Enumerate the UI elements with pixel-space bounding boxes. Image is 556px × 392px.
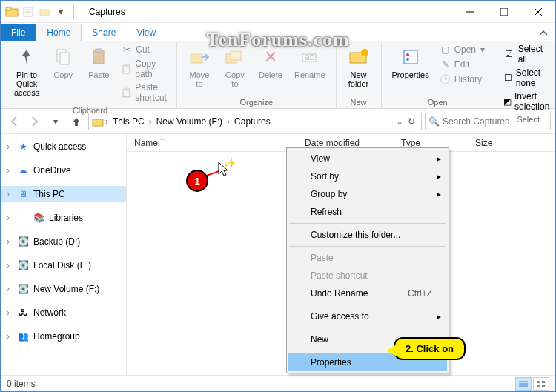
cloud-icon: ☁	[17, 165, 29, 176]
breadcrumb-thispc[interactable]: This PC	[110, 115, 148, 128]
tab-file[interactable]: File	[1, 24, 36, 41]
svg-rect-31	[542, 385, 545, 387]
svg-rect-16	[231, 51, 241, 60]
refresh-button[interactable]: ↻	[405, 116, 418, 127]
navigation-sidebar: ★Quick access ☁OneDrive 🖥This PC 📚Librar…	[1, 134, 127, 375]
breadcrumb-volume[interactable]: New Volume (F:)	[153, 115, 225, 128]
maximize-button[interactable]	[487, 1, 521, 23]
new-folder-qat-icon[interactable]	[38, 5, 51, 19]
invert-selection-button[interactable]: ◩Invert selection	[500, 90, 556, 113]
rename-button[interactable]: ab Rename	[290, 42, 330, 96]
minimize-button[interactable]	[453, 1, 487, 23]
svg-rect-30	[537, 385, 540, 387]
sidebar-item-local[interactable]: 💽Local Disk (E:)	[1, 257, 126, 273]
context-undo-rename[interactable]: Undo RenameCtrl+Z	[288, 285, 447, 302]
svg-rect-7	[500, 8, 508, 16]
address-bar[interactable]: › This PC› New Volume (F:)› Captures ⌄ ↻	[88, 113, 422, 130]
svg-point-22	[406, 53, 409, 56]
svg-rect-14	[191, 54, 202, 63]
sidebar-item-network[interactable]: 🖧Network	[1, 305, 126, 321]
sidebar-item-backup[interactable]: 💽Backup (D:)	[1, 233, 126, 250]
breadcrumb-captures[interactable]: Captures	[231, 115, 274, 128]
svg-rect-29	[542, 381, 545, 383]
copy-path-button[interactable]: 📋Copy path	[118, 57, 171, 81]
pin-quick-access-button[interactable]: Pin to Quick access	[10, 42, 44, 104]
properties-qat-icon[interactable]	[21, 5, 35, 19]
sidebar-item-newvol[interactable]: 💽New Volume (F:)	[1, 281, 126, 297]
column-date[interactable]: Date modified	[297, 138, 394, 148]
paste-button[interactable]: Paste	[82, 42, 115, 104]
libraries-icon	[17, 212, 29, 224]
properties-button[interactable]: Properties	[388, 42, 434, 96]
move-to-button[interactable]: Move to	[183, 42, 216, 96]
large-icons-view-button[interactable]	[533, 377, 549, 391]
paste-shortcut-button[interactable]: 📋Paste shortcut	[118, 81, 171, 104]
paste-shortcut-icon: 📋	[121, 87, 132, 99]
column-size[interactable]: Size	[468, 138, 500, 148]
ribbon-group-open: Properties ▢Open▾ ✎Edit 🕑History Open	[382, 42, 495, 108]
sidebar-item-quick-access[interactable]: ★Quick access	[1, 139, 126, 155]
close-button[interactable]	[521, 1, 555, 23]
move-icon	[188, 45, 211, 69]
homegroup-icon: 👥	[17, 330, 29, 342]
open-button[interactable]: ▢Open▾	[437, 42, 488, 57]
search-box[interactable]: 🔍 Search Captures	[425, 113, 551, 130]
new-folder-button[interactable]: New folder	[342, 42, 375, 96]
sidebar-item-homegroup[interactable]: 👥Homegroup	[1, 328, 126, 345]
context-groupby[interactable]: Group by▸	[288, 185, 447, 203]
tab-share[interactable]: Share	[82, 24, 126, 41]
tab-view[interactable]: View	[126, 24, 166, 41]
sidebar-item-onedrive[interactable]: ☁OneDrive	[1, 162, 126, 179]
context-customize[interactable]: Customize this folder...	[288, 226, 447, 244]
svg-rect-12	[93, 50, 104, 64]
edit-button[interactable]: ✎Edit	[437, 57, 488, 72]
sidebar-item-thispc[interactable]: 🖥This PC	[1, 186, 126, 202]
annotation-step2: 2. Click on	[394, 337, 466, 360]
back-button[interactable]	[5, 113, 23, 130]
tab-home[interactable]: Home	[36, 24, 82, 41]
copyto-icon	[223, 45, 247, 69]
copy-icon	[51, 45, 75, 69]
ribbon: Pin to Quick access Copy Paste ✂Cut 📋Cop…	[1, 41, 555, 109]
history-button[interactable]: 🕑History	[437, 72, 488, 87]
context-sortby[interactable]: Sort by▸	[288, 167, 447, 185]
star-icon: ★	[17, 141, 29, 153]
details-view-button[interactable]	[515, 377, 532, 391]
select-none-button[interactable]: ☐Select none	[500, 66, 556, 90]
drive-icon: 💽	[17, 283, 29, 295]
up-button[interactable]	[67, 113, 85, 130]
svg-rect-24	[93, 119, 103, 126]
context-view[interactable]: View▸	[288, 150, 447, 167]
copy-button[interactable]: Copy	[47, 42, 79, 104]
column-name[interactable]: Name ˆ	[127, 138, 297, 148]
drive-icon: 💽	[17, 259, 29, 271]
address-dropdown-icon[interactable]: ⌄	[396, 116, 403, 127]
cut-button[interactable]: ✂Cut	[118, 42, 171, 57]
ribbon-group-organize: Move to Copy to ✕ Delete ab Rename Organ…	[177, 42, 337, 108]
network-icon: 🖧	[17, 307, 29, 319]
annotation-cursor-icon	[217, 161, 231, 177]
copy-to-button[interactable]: Copy to	[219, 42, 251, 96]
svg-rect-13	[96, 49, 102, 52]
ribbon-group-new: New folder New	[337, 42, 382, 108]
paste-icon	[87, 45, 110, 69]
qat-dropdown-icon[interactable]: ▾	[54, 5, 67, 19]
forward-button[interactable]	[26, 113, 44, 130]
context-refresh[interactable]: Refresh	[288, 203, 447, 221]
new-folder-icon	[347, 45, 371, 69]
context-give-access[interactable]: Give access to▸	[288, 308, 447, 325]
annotation-step1: 1	[186, 170, 208, 192]
delete-button[interactable]: ✕ Delete	[254, 42, 287, 96]
search-icon: 🔍	[428, 116, 440, 127]
history-icon: 🕑	[440, 73, 451, 85]
column-type[interactable]: Type	[394, 138, 468, 148]
content-area: ★Quick access ☁OneDrive 🖥This PC 📚Librar…	[1, 134, 555, 375]
select-all-icon: ☑	[503, 48, 515, 60]
select-all-button[interactable]: ☑Select all	[500, 42, 556, 66]
ribbon-collapse-button[interactable]	[532, 26, 555, 41]
svg-point-23	[406, 58, 409, 61]
svg-rect-28	[537, 381, 540, 383]
address-bar-row: ▾ › This PC› New Volume (F:)› Captures ⌄…	[1, 109, 555, 134]
sidebar-item-libraries[interactable]: 📚Libraries	[1, 210, 126, 226]
recent-button[interactable]: ▾	[47, 113, 64, 130]
